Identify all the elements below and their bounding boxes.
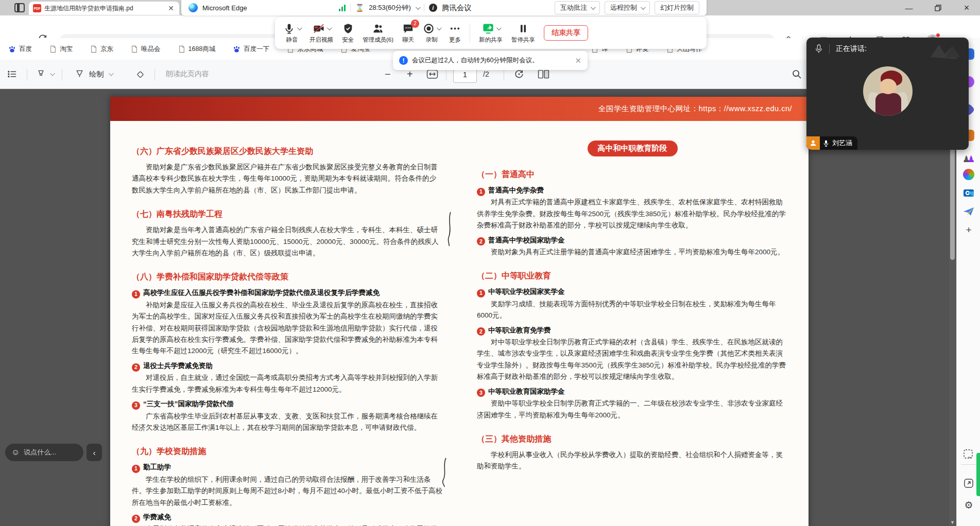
pen-annotation: [446, 211, 454, 247]
open-external-icon[interactable]: [962, 477, 975, 490]
emoji-icon[interactable]: ☺: [11, 448, 20, 457]
new-share-button[interactable]: 新的共享: [479, 23, 503, 44]
settings-gear-icon[interactable]: ⚙: [962, 498, 975, 512]
games-icon[interactable]: ♟♟: [962, 152, 975, 166]
page-banner: 全国学生资助管理中心网址：https：//www.xszz.edu.cn/: [110, 97, 809, 121]
record-button[interactable]: 录制: [423, 23, 440, 44]
item-paragraph: 全日制公办普通高校中家庭经济特别困难、无法缴纳学费的学生，特别是孤残学生、少数民…: [132, 523, 443, 526]
draw-tool[interactable]: 绘制: [75, 69, 112, 79]
item-title: 1勤工助学: [132, 462, 443, 473]
bookmark-item[interactable]: 唯品会: [131, 45, 161, 54]
doc-section: （九）学校资助措施1勤工助学学生在学校的组织下，利用课余时间，通过自己的劳动取得…: [132, 446, 443, 526]
pdf-content-area[interactable]: 全国学生资助管理中心网址：https：//www.xszz.edu.cn/ （六…: [0, 89, 956, 526]
chevron-down-icon[interactable]: [437, 25, 442, 30]
section-paragraph: 资助对象是当年考入普通高校的广东省户籍全日制残疾人在校大学生，专科生、本科生、硕…: [132, 224, 443, 259]
bookmark-label: 百度: [19, 45, 32, 54]
more-button[interactable]: 更多: [449, 23, 461, 44]
eraser-tool[interactable]: [135, 69, 145, 79]
section-paragraph: 学校利用从事业收入（民办学校从学费收入）提取的资助经费、社会组织和个人捐赠资金等…: [477, 449, 788, 472]
right-column: 高中和中职教育阶段 （一）普通高中1普通高中免学杂费对具有正式学籍的普通高中原建…: [477, 133, 788, 526]
security-button[interactable]: 安全: [342, 23, 354, 44]
speaker-name-tag: 刘艺涵: [806, 136, 857, 150]
chat-placeholder: 说点什么...: [24, 448, 56, 457]
scroll-down-icon[interactable]: ▼: [950, 520, 955, 525]
window-restore-button[interactable]: [930, 2, 945, 13]
meeting-video-panel[interactable]: 正在讲话: 刘艺涵: [806, 38, 969, 150]
chevron-down-icon[interactable]: [297, 25, 302, 30]
snip-icon[interactable]: ✂: [962, 448, 975, 461]
notification-text: 会议已超过2人，自动转为60分钟限时会议。: [412, 56, 539, 65]
close-icon[interactable]: ✕: [575, 56, 581, 65]
bookmark-item[interactable]: 百度一下: [233, 45, 269, 54]
highlighter-tool[interactable]: [36, 69, 54, 79]
microphone-icon: [823, 139, 829, 147]
chat-collapse-button[interactable]: ‹: [87, 444, 102, 461]
page-icon: [49, 45, 57, 53]
chevron-down-icon[interactable]: [496, 25, 502, 30]
microphone-icon: [283, 23, 295, 34]
rotate-icon[interactable]: [514, 69, 524, 79]
start-video-button[interactable]: 开启视频: [310, 23, 333, 44]
speaking-label: 正在讲话:: [836, 44, 867, 54]
end-share-button[interactable]: 结束共享: [544, 25, 588, 41]
section-heading: （三）其他资助措施: [477, 434, 788, 445]
item-number-badge: 2: [477, 237, 485, 246]
fit-width-icon[interactable]: [426, 69, 438, 79]
pause-share-button[interactable]: 暂停共享: [511, 23, 535, 44]
banner-url: 全国学生资助管理中心网址：https：//www.xszz.edu.cn/: [598, 104, 792, 114]
meeting-timer: 28:53(60分钟): [369, 3, 411, 12]
chevron-down-icon[interactable]: [416, 5, 421, 10]
slide-control-button[interactable]: 幻灯片控制: [655, 1, 699, 14]
browser-tab[interactable]: PDF 生源地信用助学贷款申请指南.pd ✕: [29, 2, 179, 15]
meeting-info-icon[interactable]: i: [429, 4, 437, 12]
drop-icon[interactable]: [962, 205, 975, 218]
shared-app-label: Microsoft Edge: [202, 4, 247, 12]
microsoft365-icon[interactable]: [962, 168, 975, 181]
hidden-app-icon: [976, 453, 980, 496]
chat-quick-input[interactable]: ☺ 说点什么...: [5, 444, 83, 461]
item-paragraph: 广东省高校学生毕业后到农村基层从事支农、支教、支医和扶贫工作，服务期满考核合格继…: [132, 411, 443, 434]
divider: [961, 464, 976, 465]
tab-close-icon[interactable]: ✕: [167, 5, 175, 12]
outlook-icon[interactable]: [962, 186, 975, 200]
mute-button[interactable]: 静音: [283, 23, 301, 44]
manage-members-button[interactable]: 管理成员(6): [363, 23, 393, 44]
network-signal-icon: [339, 4, 346, 11]
window-minimize-button[interactable]: —: [901, 2, 917, 13]
bookmark-item[interactable]: 百度: [8, 45, 32, 54]
add-sidebar-icon[interactable]: +: [962, 223, 975, 237]
browser-window: PDF 生源地信用助学贷款申请指南.pd ✕ — × ← 文件 | E:/广东省…: [0, 0, 980, 526]
tab-workspaces-icon[interactable]: [14, 3, 25, 12]
bookmark-label: 百度一下: [244, 45, 269, 54]
divider: [829, 44, 830, 54]
item-number-badge: 1: [477, 188, 485, 196]
pdf-page: 全国学生资助管理中心网址：https：//www.xszz.edu.cn/ （六…: [110, 97, 809, 526]
bookmark-item[interactable]: 1688商城: [178, 45, 216, 54]
annotate-button[interactable]: 互动批注: [555, 1, 600, 14]
pause-icon: [518, 23, 529, 34]
watermark-logo: [930, 42, 964, 59]
bookmark-item[interactable]: 京东: [90, 45, 113, 54]
speaker-avatar: [863, 66, 913, 116]
zoom-out-icon[interactable]: −: [385, 68, 391, 80]
item-title: 3中等职业教育国家助学金: [477, 386, 788, 397]
chat-button[interactable]: 2 聊天: [402, 23, 414, 44]
divider: [470, 24, 470, 42]
read-aloud-button[interactable]: 朗读此页内容: [166, 69, 209, 79]
window-close-button[interactable]: ×: [959, 2, 974, 13]
section-heading: （九）学校资助措施: [132, 446, 443, 457]
page-icon: [90, 45, 97, 53]
search-icon[interactable]: [792, 69, 802, 79]
left-column: （六）广东省少数民族聚居区少数民族大学生资助资助对象是广东省少数民族聚居区户籍并…: [132, 133, 443, 526]
bookmark-item[interactable]: 淘宝: [49, 45, 73, 54]
item-number-badge: 1: [132, 465, 140, 473]
remote-control-button[interactable]: 远程控制: [605, 1, 650, 14]
page-layout-icon[interactable]: [538, 69, 549, 79]
members-icon: [372, 23, 384, 34]
bookmark-label: 京东: [100, 45, 113, 54]
chevron-down-icon[interactable]: [326, 25, 332, 30]
pdf-file-icon: PDF: [33, 4, 41, 12]
pdf-view-options-icon[interactable]: [7, 69, 17, 79]
pdf-scrollbar[interactable]: ▲ ▼: [949, 89, 956, 526]
meeting-toolbar: 静音 开启视频 安全 管理成员(6) 2 聊天 录制: [275, 17, 707, 49]
